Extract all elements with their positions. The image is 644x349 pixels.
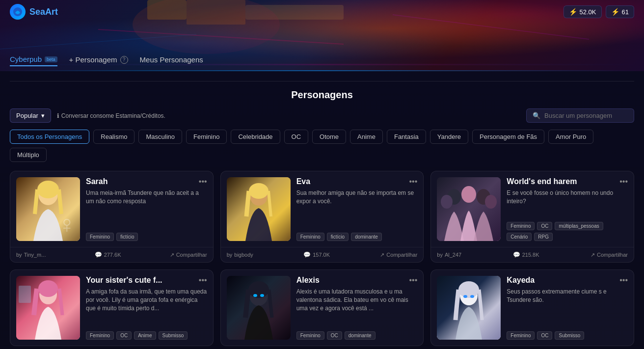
share-icon: ↗ [170, 252, 174, 258]
card-worlds-end-top: ••• World's end harem E se você fosse o … [431, 171, 634, 247]
top-right-stats: ⚡ 52.0K ⚡ 61 [564, 5, 634, 18]
logo[interactable]: SeaArt [10, 4, 58, 20]
worlds-end-count: 215.8K [522, 252, 539, 258]
card-worlds-end-share[interactable]: ↗ Compartilhar [590, 252, 628, 258]
nav-add-character-label: + Personagem [69, 55, 117, 64]
info-text: ℹ Conversar consome Estamina/Créditos. [57, 112, 165, 119]
tag-dominante: dominante [345, 331, 376, 340]
tab-fantasia[interactable]: Fantasia [387, 130, 426, 144]
tag-feminino: Feminino [507, 222, 535, 230]
tab-yandere[interactable]: Yandere [430, 130, 468, 144]
tag-anime: Anime [134, 331, 156, 340]
search-box[interactable]: 🔍 [526, 108, 634, 123]
card-sister-image [16, 276, 80, 340]
sort-dropdown[interactable]: Popular ▾ [10, 108, 51, 123]
card-eva-menu[interactable]: ••• [409, 177, 418, 186]
chat-icon: 💬 [303, 251, 311, 258]
card-kayeda-name: Kayeda [507, 276, 628, 285]
tab-otome[interactable]: Otome [312, 130, 346, 144]
card-worlds-end-author: by Al_247 [437, 252, 461, 258]
card-eva-stats: 💬 157.0K [303, 251, 330, 258]
tab-masculino[interactable]: Masculino [138, 130, 182, 144]
svg-point-29 [260, 294, 264, 297]
eva-count: 157.0K [313, 252, 330, 258]
card-eva[interactable]: ••• Eva Sua melhor amiga que não se impo… [220, 171, 424, 263]
category-tabs: Todos os Personagens Realismo Masculino … [10, 130, 634, 162]
tab-todos-os-personagens[interactable]: Todos os Personagens [10, 130, 89, 144]
help-icon[interactable]: ? [120, 56, 128, 64]
card-eva-desc: Sua melhor amiga que não se importa em s… [296, 189, 418, 229]
card-sister[interactable]: ••• Your sister's cute f... A amiga fofa… [10, 269, 214, 346]
card-sister-name: Your sister's cute f... [86, 276, 207, 285]
share-icon: ↗ [380, 252, 384, 258]
card-sarah-image [16, 177, 80, 241]
svg-point-20 [485, 195, 497, 209]
nav-add-character[interactable]: + Personagem ? [69, 55, 128, 66]
card-sarah-desc: Uma meia-irmã Tsundere que não aceit a a… [86, 189, 207, 229]
card-eva-top: ••• Eva Sua melhor amiga que não se impo… [221, 171, 424, 247]
card-worlds-end-desc: E se você fosse o único homem no undo in… [507, 189, 628, 218]
card-worlds-end[interactable]: ••• World's end harem E se você fosse o … [430, 171, 634, 263]
tab-realismo[interactable]: Realismo [93, 130, 134, 144]
tag-feminino: Feminino [86, 331, 114, 340]
card-worlds-end-footer: by Al_247 💬 215.8K ↗ Compartilhar [431, 247, 634, 262]
card-sarah[interactable]: ••• Sarah Uma meia-irmã Tsundere que não… [10, 171, 214, 263]
card-sister-desc: A amiga fofa da sua irmã, que tem uma qu… [86, 288, 207, 327]
svg-point-23 [38, 280, 58, 297]
card-alexis[interactable]: ••• Alexis Alexis é uma lutadora musculo… [220, 269, 424, 346]
card-kayeda-info: ••• Kayeda Seus passos extremamente cium… [501, 276, 628, 340]
svg-point-14 [249, 183, 268, 199]
card-sarah-share[interactable]: ↗ Compartilhar [170, 252, 207, 258]
card-alexis-desc: Alexis é uma lutadora musculosa e u ma v… [296, 288, 418, 327]
logo-icon [10, 4, 26, 20]
tag-feminino: Feminino [507, 331, 535, 340]
card-sarah-top: ••• Sarah Uma meia-irmã Tsundere que não… [10, 171, 213, 247]
tag-feminino: Feminino [86, 233, 114, 241]
card-kayeda-menu[interactable]: ••• [619, 276, 628, 285]
card-worlds-end-info: ••• World's end harem E se você fosse o … [501, 177, 628, 241]
card-alexis-menu[interactable]: ••• [409, 276, 418, 285]
card-worlds-end-menu[interactable]: ••• [619, 177, 628, 186]
sub-navigation: Cyberpub beta + Personagem ? Meus Person… [0, 55, 644, 66]
stat-badge-1[interactable]: ⚡ 52.0K [564, 5, 602, 18]
tab-personagem-de-fas[interactable]: Personagem de Fãs [472, 130, 544, 144]
tag-ficticio: fictício [116, 233, 138, 241]
logo-text: SeaArt [29, 7, 58, 17]
nav-my-characters[interactable]: Meus Personagens [140, 55, 203, 66]
author-name: Al_247 [445, 252, 461, 258]
svg-point-19 [441, 195, 453, 209]
tab-amor-puro[interactable]: Amor Puro [548, 130, 593, 144]
svg-point-34 [470, 295, 474, 298]
card-sarah-info: ••• Sarah Uma meia-irmã Tsundere que não… [80, 177, 207, 241]
by-label: by [227, 252, 233, 258]
tab-anime[interactable]: Anime [350, 130, 383, 144]
tag-oc: OC [537, 331, 552, 340]
beta-badge: beta [45, 56, 57, 62]
card-sarah-menu[interactable]: ••• [199, 177, 207, 186]
share-label: Compartilhar [597, 252, 628, 258]
nav-cyberpub[interactable]: Cyberpub beta [10, 55, 57, 66]
tab-celebridade[interactable]: Celebridade [231, 130, 280, 144]
tag-feminino: Feminino [296, 331, 324, 340]
stat-badge-2[interactable]: ⚡ 61 [606, 5, 634, 18]
by-label: by [16, 252, 22, 258]
chat-icon: 💬 [95, 251, 102, 258]
nav-my-characters-label: Meus Personagens [140, 55, 203, 64]
share-icon: ↗ [590, 252, 595, 258]
chat-icon: 💬 [513, 251, 520, 258]
card-eva-tags: Feminino fictício dominante [296, 233, 418, 241]
search-input[interactable] [544, 112, 628, 119]
card-sister-menu[interactable]: ••• [199, 276, 207, 285]
lightning-icon-1: ⚡ [569, 8, 577, 16]
card-eva-share[interactable]: ↗ Compartilhar [380, 252, 417, 258]
top-navigation: SeaArt ⚡ 52.0K ⚡ 61 [0, 0, 644, 24]
info-message: Conversar consome Estamina/Créditos. [61, 112, 165, 119]
tag-ficticio: fictício [327, 233, 349, 241]
card-sister-info: ••• Your sister's cute f... A amiga fofa… [80, 276, 207, 340]
tab-multiplo[interactable]: Múltiplo [10, 148, 47, 162]
card-sarah-stats: 💬 277.6K [95, 251, 121, 258]
tab-feminino[interactable]: Feminino [186, 130, 227, 144]
tab-oc[interactable]: OC [284, 130, 309, 144]
card-kayeda[interactable]: ••• Kayeda Seus passos extremamente cium… [430, 269, 634, 346]
tag-multiplas: múltiplas_pessoas [555, 222, 603, 230]
